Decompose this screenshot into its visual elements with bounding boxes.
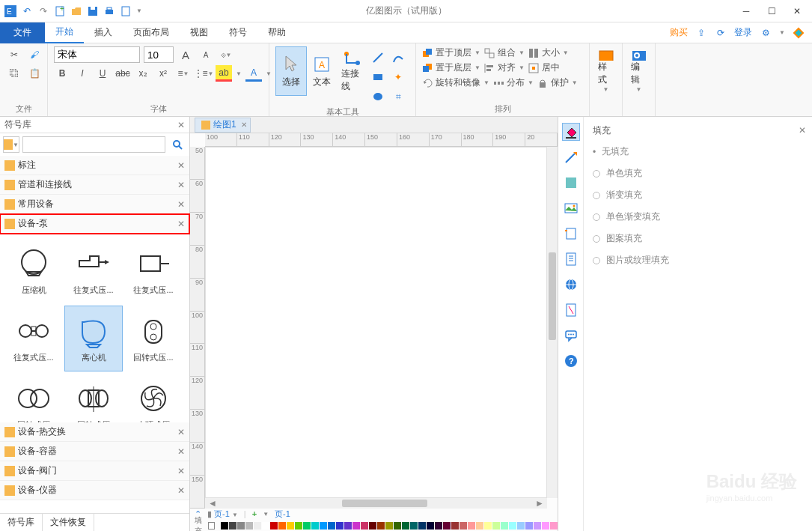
copy-icon[interactable]: ⿻ <box>6 65 22 82</box>
cat-vessel[interactable]: 设备-容器✕ <box>0 442 189 461</box>
file-menu[interactable]: 文件 <box>0 22 45 43</box>
image-tab-icon[interactable] <box>562 199 580 217</box>
color-swatches[interactable] <box>221 522 558 530</box>
login-link[interactable]: 登录 <box>734 26 752 39</box>
minimize-button[interactable]: ─ <box>734 1 758 22</box>
connector-tool[interactable]: 连接线 <box>337 46 368 96</box>
fill-texture[interactable]: 图片或纹理填充 <box>593 249 803 271</box>
library-picker-icon[interactable]: ▼ <box>3 136 19 153</box>
page-tab-icon[interactable] <box>562 250 580 268</box>
curve-icon[interactable] <box>390 49 406 66</box>
document-tab[interactable]: 绘图1 ✕ <box>195 118 251 133</box>
bottom-tab-symbols[interactable]: 符号库 <box>0 514 43 531</box>
strike-icon[interactable]: abc <box>115 65 131 82</box>
shape-rotary2[interactable]: 回转式压 <box>4 373 63 422</box>
fill-pattern[interactable]: 图案填充 <box>593 228 803 249</box>
italic-icon[interactable]: I <box>74 65 91 82</box>
bottom-tab-recovery[interactable]: 文件恢复 <box>43 514 94 531</box>
format-painter-icon[interactable]: 🖌 <box>26 46 43 63</box>
web-tab-icon[interactable] <box>562 276 580 294</box>
fill-solid[interactable]: 单色填充 <box>593 163 803 184</box>
line-spacing-icon[interactable]: ≡▼ <box>175 65 192 82</box>
tab-symbol[interactable]: 符号 <box>219 22 257 43</box>
share-icon[interactable]: ⇪ <box>695 27 707 39</box>
underline-icon[interactable]: U <box>94 65 111 82</box>
shape-rotary1[interactable]: 回转式压... <box>124 306 183 371</box>
save-icon[interactable] <box>87 5 99 17</box>
cat-valve[interactable]: 设备-阀门✕ <box>0 461 189 481</box>
font-name-input[interactable] <box>54 46 140 63</box>
app-switch-icon[interactable] <box>793 27 805 39</box>
settings-icon[interactable]: ⚙ <box>760 27 772 39</box>
search-icon[interactable] <box>168 136 186 153</box>
font-size-input[interactable] <box>144 46 174 63</box>
font-color-icon[interactable]: A <box>245 65 262 82</box>
crop-icon[interactable]: ⌗ <box>390 88 406 105</box>
maximize-button[interactable]: ☐ <box>760 1 784 22</box>
print-icon[interactable] <box>103 5 115 17</box>
lock-button[interactable]: 保护▼ <box>537 76 578 89</box>
highlight-icon[interactable]: ab <box>216 65 232 82</box>
grow-font-icon[interactable]: A <box>177 46 194 63</box>
scrollbar-vertical[interactable] <box>547 147 558 498</box>
tab-insert[interactable]: 插入 <box>84 22 123 43</box>
export-icon[interactable] <box>120 5 132 17</box>
new-icon[interactable]: + <box>54 5 66 17</box>
shape-waterring[interactable]: 水环式压 <box>124 373 183 422</box>
undo-icon[interactable]: ↶ <box>21 5 33 17</box>
cloud-icon[interactable]: ⟳ <box>715 27 727 39</box>
edit-button[interactable]: 编辑▼ <box>626 46 652 96</box>
line-icon[interactable] <box>370 49 386 66</box>
text-tool[interactable]: A 文本 <box>308 46 335 96</box>
help-tab-icon[interactable]: ? <box>562 352 580 370</box>
right-panel-close-icon[interactable]: ✕ <box>799 125 806 136</box>
add-page-icon[interactable]: + <box>252 509 257 518</box>
center-button[interactable]: 居中 <box>528 61 560 74</box>
tab-view[interactable]: 视图 <box>180 22 219 43</box>
distribute-button[interactable]: 分布▼ <box>493 76 534 89</box>
send-back-button[interactable]: 置于底层▼ <box>422 61 480 74</box>
size-button[interactable]: 大小▼ <box>528 46 569 59</box>
rotate-button[interactable]: 旋转和镜像▼ <box>422 76 489 89</box>
cat-pump[interactable]: 设备-泵✕ <box>0 214 189 234</box>
star-icon[interactable]: ✦ <box>390 69 406 85</box>
bold-icon[interactable]: B <box>54 65 70 82</box>
text-settings-icon[interactable]: ⟐▼ <box>218 46 234 63</box>
cat-heat[interactable]: 设备-热交换✕ <box>0 422 189 442</box>
close-button[interactable]: ✕ <box>785 1 809 22</box>
symbol-search-input[interactable] <box>22 136 165 153</box>
rect-icon[interactable] <box>370 69 386 85</box>
fill-mono-gradient[interactable]: 单色渐变填充 <box>593 206 803 228</box>
bring-front-button[interactable]: 置于顶层▼ <box>422 46 480 59</box>
shape-recip3[interactable]: 往复式压... <box>4 306 63 371</box>
shape-recip1[interactable]: 往复式压... <box>64 238 123 304</box>
fill-gradient[interactable]: 渐变填充 <box>593 184 803 206</box>
qat-dropdown-icon[interactable]: ▼ <box>136 7 142 14</box>
shape-rotary3[interactable]: 回转式压 <box>64 373 123 422</box>
select-tool[interactable]: 选择 <box>275 46 307 96</box>
shape-compressor[interactable]: 压缩机 <box>4 238 63 304</box>
tab-layout[interactable]: 页面布局 <box>123 22 180 43</box>
tab-close-icon[interactable]: ✕ <box>241 121 247 129</box>
cat-pipe[interactable]: 管道和连接线✕ <box>0 175 189 195</box>
superscript-icon[interactable]: x² <box>155 65 171 82</box>
buy-link[interactable]: 购买 <box>670 26 688 39</box>
fill-none[interactable]: •无填充 <box>593 141 803 163</box>
cat-annotation[interactable]: 标注✕ <box>0 156 189 175</box>
page-menu[interactable]: ▮ 页-1 ▼ <box>207 509 238 520</box>
style-button[interactable]: 样式▼ <box>593 46 619 96</box>
comment-tab-icon[interactable] <box>562 327 580 345</box>
layer-tab-icon[interactable] <box>562 225 580 243</box>
page-tab[interactable]: 页-1 <box>275 509 290 520</box>
canvas[interactable] <box>205 147 547 498</box>
paste-icon[interactable]: 📋 <box>26 65 43 82</box>
shrink-font-icon[interactable]: A <box>198 46 214 63</box>
tab-help[interactable]: 帮助 <box>257 22 296 43</box>
cat-common[interactable]: 常用设备✕ <box>0 195 189 214</box>
fill-tab-icon[interactable] <box>562 123 580 141</box>
panel-close-icon[interactable]: ✕ <box>177 120 185 130</box>
open-icon[interactable] <box>70 5 82 17</box>
cut-icon[interactable]: ✂ <box>6 46 22 63</box>
theme-tab-icon[interactable] <box>562 301 580 319</box>
bullets-icon[interactable]: ⋮≡▼ <box>195 65 212 82</box>
